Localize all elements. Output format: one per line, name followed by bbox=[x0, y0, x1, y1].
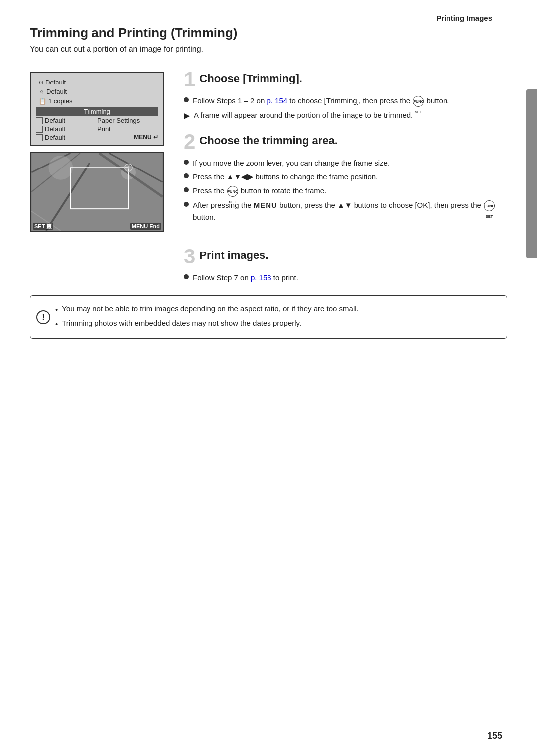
step-3-title: Print images. bbox=[199, 249, 507, 262]
step-2-number: 2 bbox=[184, 134, 195, 152]
step-1-bullet-1: Follow Steps 1 – 2 on p. 154 to choose [… bbox=[184, 95, 507, 107]
step-2-heading: 2 Choose the trimming area. bbox=[184, 134, 507, 152]
step-2-bullet-4-text: After pressing the MENU button, press th… bbox=[193, 199, 507, 223]
step-2-bullet-1-text: If you move the zoom lever, you can chan… bbox=[193, 157, 390, 168]
step-2-bullet-3: Press the FUNCSET button to rotate the f… bbox=[184, 185, 507, 197]
step-3-body: Follow Step 7 on p. 153 to print. bbox=[184, 272, 507, 283]
step-2-body: If you move the zoom lever, you can chan… bbox=[184, 157, 507, 223]
notice-item-1: • You may not be able to trim images dep… bbox=[55, 303, 499, 315]
step-1-title: Choose [Trimming]. bbox=[199, 72, 507, 85]
step-1-section: 1 Choose [Trimming]. Follow Steps 1 – 2 … bbox=[184, 72, 507, 122]
step-1-bullet-2-text: A frame will appear around the portion o… bbox=[194, 109, 413, 121]
step-3-number: 3 bbox=[184, 249, 195, 267]
menu-end-label: MENU End bbox=[130, 223, 161, 230]
step-1-bullet-2: ▶ A frame will appear around the portion… bbox=[184, 109, 507, 122]
notice-icon: ! bbox=[36, 310, 50, 324]
bullet-dot bbox=[184, 160, 189, 165]
trim-image-preview: SET 🖼 MENU End bbox=[30, 152, 164, 232]
step-2-bullet-2-text: Press the ▲▼◀▶ buttons to change the fra… bbox=[193, 171, 378, 182]
step-2-bullet-2: Press the ▲▼◀▶ buttons to change the fra… bbox=[184, 171, 507, 182]
trimming-label: Trimming bbox=[36, 107, 158, 116]
func-btn-2: FUNCSET bbox=[227, 186, 238, 197]
step-3-bullet-1-text: Follow Step 7 on p. 153 to print. bbox=[193, 272, 298, 283]
step-1-bullet-1-text: Follow Steps 1 – 2 on p. 154 to choose [… bbox=[193, 95, 449, 107]
notice-item-2-text: Trimming photos with embedded dates may … bbox=[62, 317, 301, 329]
bullet-dot bbox=[184, 274, 189, 279]
camera-menu-screen: ⊙Default 🖨Default 📋1 copies Trimming Def… bbox=[30, 72, 164, 146]
notice-item-1-text: You may not be able to trim images depen… bbox=[62, 303, 358, 314]
step-2-bullet-1: If you move the zoom lever, you can chan… bbox=[184, 157, 507, 168]
link-p154[interactable]: p. 154 bbox=[267, 96, 287, 105]
svg-point-5 bbox=[49, 156, 73, 180]
menu-word: MENU bbox=[254, 201, 277, 209]
step-3-section: 3 Print images. Follow Step 7 on p. 153 … bbox=[184, 249, 507, 283]
page-number: 155 bbox=[487, 731, 502, 741]
steps-right-col: 1 Choose [Trimming]. Follow Steps 1 – 2 … bbox=[184, 72, 507, 235]
step-3-heading: 3 Print images. bbox=[184, 249, 507, 267]
step-1-number: 1 bbox=[184, 72, 195, 90]
func-btn-1: FUNCSET bbox=[413, 96, 424, 107]
step-2-bullet-4: After pressing the MENU button, press th… bbox=[184, 199, 507, 223]
func-btn-3: FUNCSET bbox=[484, 200, 495, 211]
step-2-bullet-3-text: Press the FUNCSET button to rotate the f… bbox=[193, 185, 326, 197]
side-tab bbox=[526, 89, 537, 258]
page-subtitle: You can cut out a portion of an image fo… bbox=[30, 45, 507, 54]
bullet-dot bbox=[184, 97, 189, 102]
section-header: Printing Images bbox=[30, 9, 507, 22]
notice-bullet-dot: • bbox=[55, 318, 58, 330]
link-p153[interactable]: p. 153 bbox=[251, 273, 271, 282]
step-1-heading: 1 Choose [Trimming]. bbox=[184, 72, 507, 90]
divider bbox=[30, 62, 507, 62]
trim-image-bottom-labels: SET 🖼 MENU End bbox=[31, 222, 163, 231]
notice-bullet-dot: • bbox=[55, 304, 58, 315]
step-3-bullet-1: Follow Step 7 on p. 153 to print. bbox=[184, 272, 507, 283]
left-images-col: ⊙Default 🖨Default 📋1 copies Trimming Def… bbox=[30, 72, 169, 235]
arrow-icon: ▶ bbox=[184, 110, 190, 122]
bullet-dot bbox=[184, 173, 189, 178]
set-label: SET 🖼 bbox=[33, 223, 53, 230]
bullet-dot bbox=[184, 202, 189, 207]
step-2-title: Choose the trimming area. bbox=[199, 134, 507, 147]
notice-box: ! • You may not be able to trim images d… bbox=[30, 295, 507, 339]
step-1-body: Follow Steps 1 – 2 on p. 154 to choose [… bbox=[184, 95, 507, 122]
step-2-section: 2 Choose the trimming area. If you move … bbox=[184, 134, 507, 223]
notice-item-2: • Trimming photos with embedded dates ma… bbox=[55, 317, 499, 330]
bullet-dot bbox=[184, 187, 189, 192]
page-title: Trimming and Printing (Trimming) bbox=[30, 25, 507, 41]
